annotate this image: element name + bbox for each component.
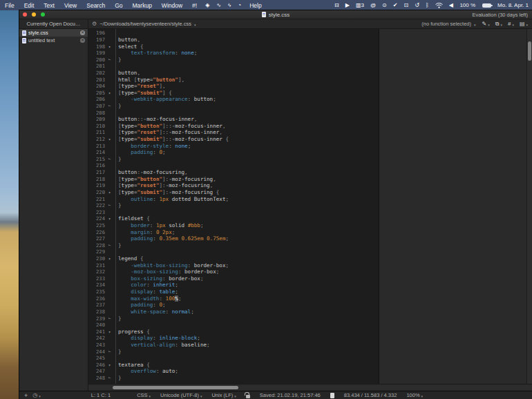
- encoding-menu[interactable]: Unicode (UTF-8)▾: [157, 392, 205, 398]
- code-editor[interactable]: 196197button,198▾select {199 text-transf…: [88, 29, 379, 384]
- wifi-icon[interactable]: [432, 3, 446, 8]
- vertical-scrollbar[interactable]: [526, 29, 532, 384]
- code-text: }: [114, 242, 122, 249]
- close-document-icon[interactable]: ✕: [80, 38, 85, 43]
- sidebar-item-untitled-text[interactable]: untitled text✕: [19, 37, 88, 44]
- menu-item-[interactable]: #!: [187, 2, 202, 9]
- line-number: 214: [88, 149, 105, 155]
- code-text: legend {: [114, 255, 144, 262]
- fold-end-icon: ⌐: [105, 349, 114, 354]
- timer-icon[interactable]: ⊙: [379, 2, 390, 8]
- menu-item-go[interactable]: Go: [110, 2, 127, 9]
- code-text: }: [114, 202, 122, 208]
- file-path[interactable]: ~/Downloads/twentyseventeen/style.css: [99, 21, 191, 27]
- bluetooth-icon[interactable]: ᛒ: [422, 2, 432, 8]
- menu-clock[interactable]: Mo. 8. Apr. 1: [494, 2, 532, 8]
- function-selector[interactable]: (no function selected): [421, 21, 471, 27]
- code-text: [type="submit"]:-moz-focusring {: [114, 189, 219, 195]
- menu-item-view[interactable]: View: [59, 2, 82, 9]
- code-line: 236 max-width: 100%;: [88, 295, 379, 302]
- menu-extra-wave-icon[interactable]: ∿: [213, 2, 225, 8]
- menu-item-text[interactable]: Text: [39, 2, 59, 9]
- code-text: }: [114, 349, 122, 355]
- code-line: 196: [88, 30, 379, 37]
- sidebar-item-style-css[interactable]: style.css✕: [19, 29, 88, 37]
- play-icon[interactable]: ▶: [342, 2, 352, 8]
- input-switcher-icon[interactable]: ⊟: [332, 2, 343, 8]
- code-line: 237 padding: 0;: [88, 302, 379, 309]
- parallels-badge-icon[interactable]: ▥3: [352, 2, 367, 8]
- code-text: }: [114, 375, 122, 381]
- screen: FileEditTextViewSearchGoMarkupWindow#! ◈…: [0, 0, 532, 399]
- code-text: overflow: auto;: [114, 368, 178, 374]
- battery-icon[interactable]: [479, 3, 494, 8]
- menu-extra-clock-icon[interactable]: ◔: [234, 2, 245, 8]
- fold-collapse-icon[interactable]: ▾: [105, 256, 114, 261]
- menu-item-markup[interactable]: Markup: [128, 2, 157, 9]
- menu-item-window[interactable]: Window: [157, 2, 187, 9]
- lock-icon[interactable]: [243, 393, 254, 398]
- fold-collapse-icon[interactable]: ▾: [105, 329, 114, 334]
- line-number: 220: [88, 189, 105, 195]
- code-line: 248⌐}: [88, 375, 379, 382]
- horizontal-scrollbar-thumb[interactable]: [113, 386, 238, 389]
- menu-item-file[interactable]: File: [0, 2, 19, 9]
- fold-collapse-icon[interactable]: ▾: [105, 44, 114, 49]
- fold-collapse-icon[interactable]: ▾: [105, 137, 114, 142]
- code-line: 200⌐}: [88, 56, 379, 63]
- code-line: 245: [88, 355, 379, 362]
- code-line: 227 padding: 0.35em 0.625em 0.75em;: [88, 235, 379, 242]
- code-text: max-width: 100%;: [114, 295, 181, 302]
- fold-collapse-icon[interactable]: ▾: [105, 362, 114, 367]
- fold-end-icon: ⌐: [105, 57, 114, 62]
- fold-collapse-icon[interactable]: ▾: [105, 190, 114, 195]
- gear-icon[interactable]: ⚙: [92, 21, 97, 27]
- swirl-icon[interactable]: @: [367, 2, 379, 8]
- function-chevron-icon[interactable]: ▾: [474, 23, 476, 27]
- menu-item-search[interactable]: Search: [82, 2, 110, 9]
- vertical-scrollbar-thumb[interactable]: [528, 41, 531, 61]
- volume-icon[interactable]: ◀: [446, 2, 456, 8]
- minimize-window-button[interactable]: [32, 12, 36, 17]
- close-window-button[interactable]: [23, 12, 27, 17]
- line-number: 203: [88, 77, 105, 83]
- line-number: 221: [88, 196, 105, 202]
- path-chevron-icon[interactable]: ▾: [194, 23, 196, 27]
- window-titlebar[interactable]: style.css Evaluation (30 days left): [19, 10, 532, 19]
- code-line: 243 vertical-align: baseline;: [88, 342, 379, 349]
- line-number: 228: [88, 242, 105, 249]
- airplay-display-icon[interactable]: ⊡: [401, 2, 412, 8]
- check-circle-icon[interactable]: ✔: [390, 2, 401, 8]
- document-proxy-icon[interactable]: [262, 12, 266, 17]
- menu-item-edit[interactable]: Edit: [19, 2, 39, 9]
- code-text: -webkit-appearance: button;: [114, 96, 216, 102]
- menu-extra-bolt-icon[interactable]: ϟ: [225, 2, 234, 8]
- fold-collapse-icon[interactable]: ▾: [105, 90, 114, 95]
- language-menu[interactable]: CSS▾: [133, 392, 154, 398]
- line-ending-menu[interactable]: Unix (LF)▾: [208, 392, 239, 398]
- zoom-window-button[interactable]: [41, 12, 45, 17]
- add-document-button[interactable]: +: [22, 392, 30, 399]
- code-text: [type="button"]:-moz-focusring,: [114, 176, 216, 182]
- menu-extra-diamond-icon[interactable]: ◈: [202, 2, 213, 8]
- line-number: 241: [88, 329, 105, 335]
- code-line: 230▾legend {: [88, 255, 379, 262]
- line-number: 232: [88, 269, 105, 275]
- hash-navigator-icon[interactable]: #▾: [507, 21, 515, 28]
- close-document-icon[interactable]: ✕: [80, 30, 85, 35]
- document-options-icon[interactable]: ▤▾: [519, 21, 529, 28]
- documents-icon-chevron: ▾: [500, 23, 502, 27]
- time-machine-icon[interactable]: ↺: [412, 2, 423, 8]
- code-text: [type="submit"]::-moz-focus-inner {: [114, 136, 229, 142]
- zoom-menu[interactable]: 100%▾: [403, 392, 426, 398]
- pencil-icon[interactable]: ✎▾: [482, 21, 491, 28]
- recent-documents-icon[interactable]: ◷▾: [32, 392, 41, 398]
- code-text: }: [114, 57, 122, 63]
- menu-help[interactable]: Help: [245, 2, 266, 9]
- line-number: 243: [88, 342, 105, 348]
- fold-collapse-icon[interactable]: ▾: [105, 216, 114, 221]
- documents-icon[interactable]: ⧉▾: [495, 21, 503, 28]
- horizontal-scrollbar[interactable]: [88, 384, 532, 391]
- pencil-icon-chevron: ▾: [488, 23, 490, 27]
- code-text: [type="reset"]:-moz-focusring,: [114, 182, 213, 188]
